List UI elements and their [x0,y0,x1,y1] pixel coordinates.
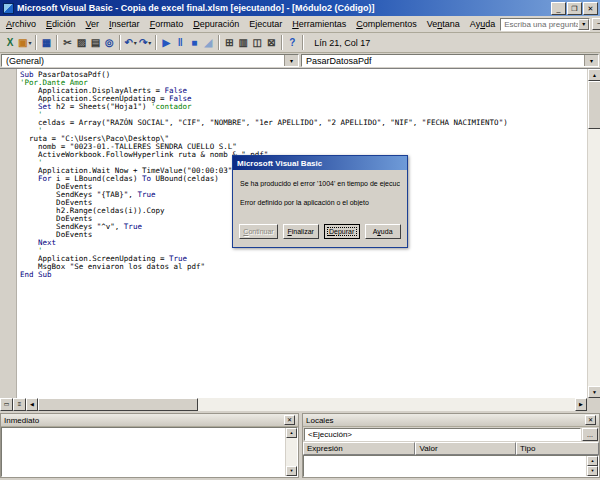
code-horizontal-scrollbar[interactable]: ◀ ▶ [26,398,600,411]
error-dialog-buttons: ContinuarFinalizarDepurarAyuda [233,210,407,247]
project-explorer-button[interactable]: ⊞ [222,34,236,51]
chevron-down-icon[interactable]: ▾ [284,55,298,66]
chevron-down-icon[interactable]: ▾ [28,39,31,46]
find-button[interactable]: ◎ [102,34,116,51]
find-icon: ◎ [105,35,114,50]
procedure-view-button[interactable]: ▭ [0,398,13,411]
menu-item-depuracion[interactable]: Depuración [188,18,244,31]
view-excel-icon: X [7,35,14,50]
object-combo[interactable]: (General) ▾ [1,54,299,67]
locals-window-title: Locales [306,416,334,425]
scroll-right-icon[interactable]: ▶ [575,398,587,411]
restore-button[interactable]: ❐ [567,2,582,15]
scrollbar-thumb[interactable] [38,398,198,411]
menu-item-formato[interactable]: Formato [145,18,189,31]
close-button[interactable]: ✕ [583,2,598,15]
mdi-minimize-button[interactable]: − [592,18,600,30]
object-browser-button[interactable]: ◫ [250,34,264,51]
toolbar-separator [35,35,36,50]
undo-button[interactable]: ↶▾ [123,34,137,51]
toolbox-button[interactable]: ⊠ [264,34,278,51]
dialog-button-continuar: Continuar [239,224,277,239]
object-combo-value: (General) [6,56,44,66]
margin-indicator-bar[interactable] [0,69,17,398]
locals-window[interactable]: Locales ✕ <Ejecución> ... ExpresiónValor… [302,413,600,478]
dialog-button-ayuda[interactable]: Ayuda [365,224,401,239]
properties-icon: ▥ [239,35,248,50]
toolbar-icons: X▣▾▦✂▨▤◎↶▾↷▾▶‖■◢⊞▥◫⊠? [3,34,299,51]
toolbar-separator [56,35,57,50]
scroll-down-icon[interactable]: ▼ [588,386,600,398]
dialog-button-finalizar[interactable]: Finalizar [283,224,319,239]
locals-column-expresion[interactable]: Expresión [303,442,415,455]
insert-userform-icon: ▣ [18,35,27,50]
scroll-up-icon[interactable]: ▲ [286,428,297,438]
immediate-window-body[interactable]: ▲ ▼ [1,427,298,477]
full-module-view-button[interactable]: ≡ [13,398,26,411]
break-button[interactable]: ‖ [173,34,187,51]
scroll-down-icon[interactable]: ▼ [286,466,297,476]
code-vertical-scrollbar[interactable]: ▲ ▼ [587,69,600,398]
menu-item-archivo[interactable]: Archivo [1,18,41,31]
question-placeholder: Escriba una pregunta [501,20,578,29]
error-dialog-body: Se ha producido el error '1004' en tiemp… [233,170,407,210]
menu-item-herramientas[interactable]: Herramientas [287,18,351,31]
procedure-combo[interactable]: PasarDatosaPdf ▾ [301,54,599,67]
locals-grid-header: ExpresiónValorTipo [303,442,599,455]
locals-vertical-scrollbar[interactable]: ▲ ▼ [586,456,598,476]
chevron-down-icon[interactable]: ▾ [578,19,589,30]
paste-button[interactable]: ▤ [88,34,102,51]
error-message-line: Error definido por la aplicación o el ob… [240,199,400,206]
error-message-line: Se ha producido el error '1004' en tiemp… [240,180,400,187]
chevron-down-icon[interactable]: ▾ [134,39,137,46]
help-button[interactable]: ? [285,34,299,51]
chevron-down-icon[interactable]: ▾ [584,55,598,66]
properties-button[interactable]: ▥ [236,34,250,51]
scroll-left-icon[interactable]: ◀ [26,398,38,411]
save-button[interactable]: ▦ [39,34,53,51]
error-dialog: Microsoft Visual Basic Se ha producido e… [232,155,408,248]
menu-item-ver[interactable]: Ver [81,18,105,31]
code-line: Set h2 = Sheets("Hoja1") 'contador [20,103,586,111]
view-excel-button[interactable]: X [3,34,17,51]
menu-item-ventana[interactable]: Ventana [422,18,465,31]
question-input[interactable]: Escriba una pregunta ▾ [500,18,590,31]
reset-button[interactable]: ■ [187,34,201,51]
minimize-button[interactable]: _ [551,2,566,15]
dialog-button-depurar[interactable]: Depurar [324,224,360,239]
immediate-vertical-scrollbar[interactable]: ▲ ▼ [285,428,297,476]
close-icon[interactable]: ✕ [284,415,295,425]
redo-button[interactable]: ↷▾ [138,34,152,51]
cursor-position-indicator: Lín 21, Col 17 [314,38,370,48]
vb-app-icon [3,3,14,14]
undo-icon: ↶ [124,35,132,50]
locals-context-row: <Ejecución> ... [303,427,599,442]
locals-window-body[interactable]: ▲ ▼ [303,455,599,477]
menu-item-insertar[interactable]: Insertar [104,18,145,31]
scrollbar-thumb[interactable] [588,81,600,129]
toolbar: X▣▾▦✂▨▤◎↶▾↷▾▶‖■◢⊞▥◫⊠? Lín 21, Col 17 [0,33,600,53]
design-mode-button[interactable]: ◢ [201,34,215,51]
code-line: celdas = Array("RAZÓN SOCIAL", "CIF", "N… [20,119,586,127]
insert-userform-button[interactable]: ▣▾ [17,34,32,51]
cut-button[interactable]: ✂ [60,34,74,51]
chevron-down-icon[interactable]: ▾ [148,39,151,46]
menu-item-ejecutar[interactable]: Ejecutar [244,18,287,31]
copy-button[interactable]: ▨ [74,34,88,51]
menu-item-complementos[interactable]: Complementos [351,18,422,31]
menu-item-ayuda[interactable]: Ayuda [465,18,500,31]
run-button[interactable]: ▶ [159,34,173,51]
locals-column-tipo[interactable]: Tipo [516,442,599,455]
scroll-up-icon[interactable]: ▲ [587,456,598,466]
locals-context-field: <Ejecución> [304,428,581,441]
scroll-up-icon[interactable]: ▲ [588,69,600,81]
locals-column-valor[interactable]: Valor [415,442,516,455]
code-horizontal-scrollbar-row: ▭ ≡ ◀ ▶ [0,398,600,411]
scroll-down-icon[interactable]: ▼ [587,466,598,476]
menu-item-edicion[interactable]: Edición [41,18,81,31]
call-stack-button[interactable]: ... [582,428,598,441]
code-line: Sub PasarDatosaPdf() [20,71,586,79]
close-icon[interactable]: ✕ [585,415,596,425]
immediate-window[interactable]: Inmediato ✕ ▲ ▼ [0,413,299,478]
design-mode-icon: ◢ [204,35,212,50]
